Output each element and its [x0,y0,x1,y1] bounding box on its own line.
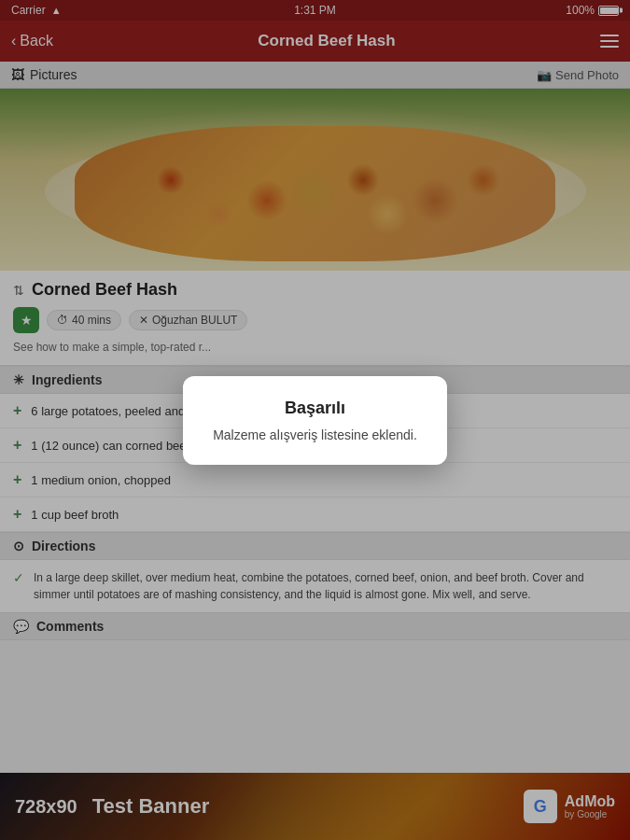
modal-overlay[interactable]: Başarılı Malzeme alışveriş listesine ekl… [0,0,630,840]
modal-title: Başarılı [213,399,417,418]
modal-box: Başarılı Malzeme alışveriş listesine ekl… [183,376,447,465]
modal-message: Malzeme alışveriş listesine eklendi. [213,427,417,442]
